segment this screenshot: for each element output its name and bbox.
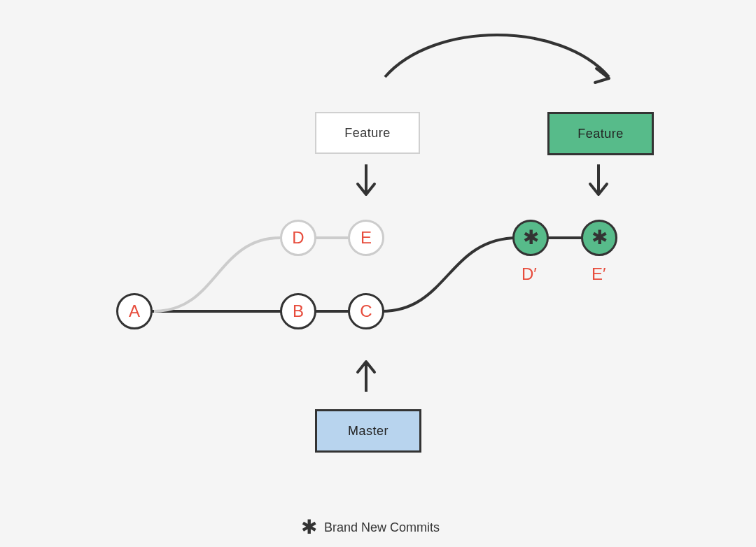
commit-d-prime: ✱ <box>512 220 549 256</box>
master-box-label: Master <box>348 424 388 439</box>
commit-e-old: E <box>348 220 384 256</box>
feature-box-new: Feature <box>547 112 654 155</box>
commit-c-label: C <box>360 301 372 321</box>
asterisk-icon: ✱ <box>301 518 317 537</box>
label-e-prime: E′ <box>592 264 606 284</box>
asterisk-icon: ✱ <box>592 228 608 248</box>
commit-e-prime: ✱ <box>581 220 617 256</box>
feature-box-old-label: Feature <box>344 126 391 141</box>
label-d-prime: D′ <box>522 264 537 284</box>
commit-b-label: B <box>293 301 304 321</box>
commit-a: A <box>116 293 153 329</box>
feature-box-old: Feature <box>315 112 420 154</box>
asterisk-icon: ✱ <box>523 228 539 248</box>
commit-d-old: D <box>280 220 316 256</box>
commit-a-label: A <box>129 301 140 321</box>
rebase-arc <box>385 35 609 77</box>
commit-c: C <box>348 293 384 329</box>
commit-b: B <box>280 293 316 329</box>
commit-d-old-label: D <box>292 228 304 248</box>
commit-e-old-label: E <box>360 228 372 248</box>
edge-c-dprime <box>382 238 518 311</box>
diagram-stage: Feature Feature Master A B C D E ✱ ✱ D′ … <box>0 0 756 547</box>
legend-text: Brand New Commits <box>324 520 440 535</box>
master-box: Master <box>315 409 421 453</box>
feature-box-new-label: Feature <box>578 127 624 141</box>
legend: ✱ Brand New Commits <box>301 518 440 537</box>
connectors-svg <box>0 0 756 547</box>
edge-a-d-old <box>154 238 280 311</box>
